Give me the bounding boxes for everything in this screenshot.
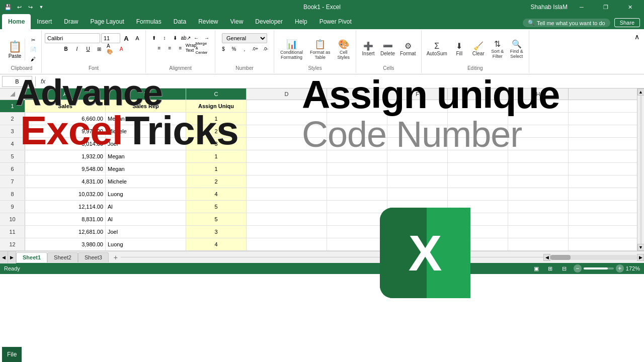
cell-g9[interactable]: [448, 201, 508, 213]
col-header-e[interactable]: E: [327, 88, 387, 100]
cell-c3[interactable]: 2: [186, 125, 247, 137]
cell-h2[interactable]: [508, 113, 569, 125]
cell-f11[interactable]: [387, 226, 448, 238]
col-header-f[interactable]: F: [387, 88, 448, 100]
cut-button[interactable]: ✂: [28, 35, 38, 44]
cell-d3[interactable]: [247, 125, 327, 137]
cell-f4[interactable]: [387, 138, 448, 150]
align-bottom-button[interactable]: ⬇: [170, 33, 180, 42]
col-header-a[interactable]: A: [25, 88, 106, 100]
cell-g1[interactable]: [448, 100, 508, 112]
tab-formulas[interactable]: Formulas: [130, 14, 168, 29]
cell-a7[interactable]: 4,831.00: [25, 175, 106, 188]
underline-button[interactable]: U: [83, 44, 93, 53]
tab-home[interactable]: Home: [2, 14, 31, 29]
cell-b2[interactable]: Megan: [106, 113, 186, 125]
delete-button[interactable]: ➖ Delete: [378, 41, 397, 57]
cell-a4[interactable]: 3,014.00: [25, 138, 106, 150]
sheet-tab-sheet1[interactable]: Sheet1: [16, 252, 47, 262]
tab-view[interactable]: View: [224, 14, 250, 29]
cell-h4[interactable]: [508, 138, 569, 150]
cell-c11[interactable]: 3: [186, 226, 247, 238]
cell-a9[interactable]: 12,114.00: [25, 201, 106, 213]
align-top-button[interactable]: ⬆: [149, 33, 159, 42]
align-right-button[interactable]: ≡: [176, 43, 186, 52]
tab-power-pivot[interactable]: Power Pivot: [313, 14, 358, 29]
scroll-down-button[interactable]: ▼: [637, 244, 645, 251]
cell-c5[interactable]: 1: [186, 150, 247, 162]
scroll-up-button[interactable]: ▲: [637, 88, 645, 96]
tab-draw[interactable]: Draw: [58, 14, 84, 29]
zoom-out-button[interactable]: −: [574, 264, 582, 273]
vertical-scrollbar[interactable]: ▲ ▼: [637, 88, 644, 251]
cell-e7[interactable]: [327, 175, 387, 188]
horizontal-scrollbar[interactable]: ◀ ▶: [543, 254, 644, 261]
decrease-decimal-button[interactable]: .0-: [261, 44, 271, 53]
decrease-font-button[interactable]: A: [132, 34, 142, 43]
cell-h11[interactable]: [508, 226, 569, 238]
cell-e5[interactable]: [327, 150, 387, 162]
cell-g11[interactable]: [448, 226, 508, 238]
name-box[interactable]: [2, 76, 32, 87]
cell-c2[interactable]: 1: [186, 113, 247, 125]
dollar-sign-button[interactable]: $: [218, 44, 228, 53]
cell-h10[interactable]: [508, 213, 569, 225]
font-color-button[interactable]: A: [116, 44, 126, 53]
cell-b1[interactable]: Sales Rep: [106, 100, 186, 112]
tab-help[interactable]: Help: [289, 14, 313, 29]
cell-h7[interactable]: [508, 175, 569, 188]
cell-b12[interactable]: Luong: [106, 238, 186, 250]
cell-e12[interactable]: [327, 238, 387, 250]
cell-a3[interactable]: 9,973.00: [25, 125, 106, 137]
cell-b9[interactable]: Al: [106, 201, 186, 213]
cell-a12[interactable]: 3,980.00: [25, 238, 106, 250]
cell-c8[interactable]: 4: [186, 188, 247, 200]
cell-c1[interactable]: Assign Uniqu: [186, 100, 247, 112]
sheet-scroll-left[interactable]: ◀: [0, 251, 8, 263]
cell-h6[interactable]: [508, 163, 569, 175]
tab-page-layout[interactable]: Page Layout: [84, 14, 130, 29]
cell-g2[interactable]: [448, 113, 508, 125]
percent-button[interactable]: %: [229, 44, 239, 53]
cell-f12[interactable]: [387, 238, 448, 250]
merge-center-button[interactable]: Merge & Center: [197, 43, 207, 52]
cell-d12[interactable]: [247, 238, 327, 250]
cell-g3[interactable]: [448, 125, 508, 137]
tab-developer[interactable]: Developer: [249, 14, 289, 29]
cell-c12[interactable]: 4: [186, 238, 247, 250]
cell-d9[interactable]: [247, 201, 327, 213]
wrap-text-button[interactable]: Wrap Text: [186, 43, 196, 52]
tab-insert[interactable]: Insert: [31, 14, 58, 29]
cell-e2[interactable]: [327, 113, 387, 125]
cell-g4[interactable]: [448, 138, 508, 150]
view-layout-button[interactable]: ⊞: [545, 263, 555, 274]
zoom-slider[interactable]: [584, 267, 614, 269]
cell-h1[interactable]: [508, 100, 569, 112]
cell-c10[interactable]: 5: [186, 213, 247, 225]
customize-qat-icon[interactable]: ▼: [37, 3, 45, 11]
cell-f3[interactable]: [387, 125, 448, 137]
scroll-left-button[interactable]: ◀: [543, 254, 550, 261]
format-button[interactable]: ⚙ Format: [398, 41, 418, 57]
format-painter-button[interactable]: 🖌: [28, 54, 38, 63]
align-middle-button[interactable]: ↕: [159, 33, 170, 42]
align-center-button[interactable]: ≡: [165, 43, 175, 52]
cell-h5[interactable]: [508, 150, 569, 162]
font-size-input[interactable]: [101, 33, 120, 43]
tab-review[interactable]: Review: [192, 14, 224, 29]
border-button[interactable]: ⊞: [94, 44, 104, 53]
cell-e8[interactable]: [327, 188, 387, 200]
cell-b10[interactable]: Al: [106, 213, 186, 225]
cell-g7[interactable]: [448, 175, 508, 188]
increase-decimal-button[interactable]: .0+: [250, 44, 260, 53]
cell-styles-button[interactable]: 🎨 CellStyles: [335, 37, 353, 62]
cell-e11[interactable]: [327, 226, 387, 238]
copy-button[interactable]: 📄: [28, 45, 38, 54]
insert-button[interactable]: ➕ Insert: [359, 41, 377, 57]
restore-button[interactable]: ❐: [596, 0, 616, 14]
cell-f1[interactable]: [387, 100, 448, 112]
cell-d4[interactable]: [247, 138, 327, 150]
cell-b4[interactable]: Joel: [106, 138, 186, 150]
cell-d11[interactable]: [247, 226, 327, 238]
cell-a11[interactable]: 12,681.00: [25, 226, 106, 238]
